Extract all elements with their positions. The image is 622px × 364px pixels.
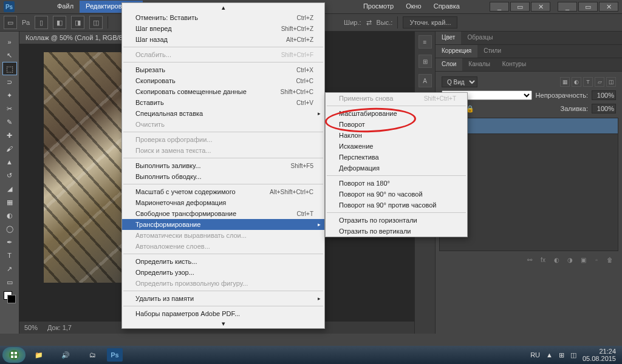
eyedropper-tool[interactable]: ✎ [2, 115, 17, 129]
min-button[interactable]: _ [558, 2, 577, 12]
eraser-tool[interactable]: ◢ [2, 182, 17, 195]
edit-item-2[interactable]: Шаг назадAlt+Ctrl+Z [122, 34, 324, 45]
transform-item-7[interactable]: Деформация [326, 163, 467, 174]
transform-item-2[interactable]: Масштабирование [326, 108, 467, 119]
tray-network-icon[interactable]: ◫ [570, 351, 576, 359]
transform-item-10[interactable]: Поворот на 90° по часовой [326, 189, 467, 200]
edit-item-20[interactable]: Марионеточная деформация [122, 197, 324, 208]
transform-item-6[interactable]: Перспектива [326, 152, 467, 163]
zoom-value[interactable]: 50% [24, 324, 38, 331]
transform-item-11[interactable]: Поворот на 90° против часовой [326, 200, 467, 211]
adjust-icon[interactable]: ◑ [565, 255, 575, 265]
new-layer-icon[interactable]: ▫ [592, 255, 601, 265]
shape-tool[interactable]: ▭ [2, 275, 17, 289]
edit-item-19[interactable]: Масштаб с учетом содержимогоAlt+Shift+Ct… [122, 186, 324, 197]
char-panel-icon[interactable]: A [419, 74, 432, 87]
menu-просмотр[interactable]: Просмотр [357, 1, 400, 13]
edit-item-17[interactable]: Выполнить обводку... [122, 171, 324, 182]
marquee-tool[interactable]: ⬚ [2, 62, 17, 75]
color-swatches[interactable] [4, 291, 16, 303]
stamp-tool[interactable]: ▲ [2, 155, 17, 169]
edit-item-32[interactable]: Наборы параметров Adobe PDF... [122, 308, 324, 319]
edit-item-16[interactable]: Выполнить заливку...Shift+F5 [122, 160, 324, 171]
crop-tool[interactable]: ✂ [2, 102, 17, 115]
edit-item-6[interactable]: ВырезатьCtrl+X [122, 64, 324, 75]
menu-окно[interactable]: Окно [400, 1, 428, 13]
restore-inner-button[interactable]: ▭ [510, 2, 530, 12]
menu-справка[interactable]: Справка [428, 1, 466, 13]
mode-new-icon[interactable]: ▯ [35, 16, 48, 29]
edit-item-9[interactable]: ВставитьCtrl+V [122, 97, 324, 108]
type-tool[interactable]: T [2, 249, 17, 262]
transform-item-14[interactable]: Отразить по вертикали [326, 226, 467, 237]
tab-swatches[interactable]: Образцы [461, 32, 499, 44]
transform-item-4[interactable]: Наклон [326, 130, 467, 141]
tab-paths[interactable]: Контуры [496, 58, 532, 71]
menu-scroll-up-icon[interactable]: ▴ [122, 3, 324, 12]
history-panel-icon[interactable]: ≡ [419, 35, 432, 49]
filter-adjust-icon[interactable]: ◐ [572, 77, 581, 87]
edit-item-1[interactable]: Шаг впередShift+Ctrl+Z [122, 23, 324, 34]
layer-filter-select[interactable]: Q Вид [442, 76, 477, 87]
document-tab[interactable]: Коллаж @ 50% (Слой 1, RGB/8) [19, 32, 131, 44]
close-inner-button[interactable]: ✕ [531, 2, 550, 12]
edit-item-10[interactable]: Специальная вставка▸ [122, 108, 324, 119]
fx-icon[interactable]: fx [538, 255, 548, 265]
refine-edge-button[interactable]: Уточн. край... [403, 16, 457, 29]
move-tool[interactable]: ↖ [2, 49, 17, 62]
wand-tool[interactable]: ✦ [2, 89, 17, 102]
link-icon[interactable]: ⚯ [525, 255, 535, 265]
close-button[interactable]: ✕ [599, 2, 618, 12]
taskbar-explorer-icon[interactable]: 📁 [27, 347, 51, 363]
min-inner-button[interactable]: _ [490, 2, 509, 12]
expand-tools-icon[interactable]: » [2, 35, 17, 49]
lang-indicator[interactable]: RU [530, 351, 540, 359]
pen-tool[interactable]: ✒ [2, 235, 17, 249]
mode-sub-icon[interactable]: ◨ [71, 16, 84, 29]
opacity-input[interactable] [592, 90, 616, 100]
menu-файл[interactable]: Файл [51, 1, 80, 13]
edit-item-26[interactable]: Определить кисть... [122, 256, 324, 267]
path-tool[interactable]: ↗ [2, 262, 17, 275]
filter-type-icon[interactable]: T [583, 77, 593, 87]
taskbar-sound-icon[interactable]: 🔊 [53, 347, 78, 363]
swap-wh-icon[interactable]: ⇄ [366, 19, 372, 27]
mode-add-icon[interactable]: ◧ [53, 16, 66, 29]
dodge-tool[interactable]: ◯ [2, 222, 17, 235]
transform-item-5[interactable]: Искажение [326, 141, 467, 152]
history-brush-tool[interactable]: ↺ [2, 169, 17, 182]
edit-item-27[interactable]: Определить узор... [122, 267, 324, 278]
tool-preset-icon[interactable]: ▭ [4, 16, 17, 29]
filter-smart-icon[interactable]: ◫ [606, 77, 616, 87]
tab-layers[interactable]: Слои [436, 58, 462, 71]
transform-item-9[interactable]: Поворот на 180° [326, 178, 467, 189]
edit-item-30[interactable]: Удалить из памяти▸ [122, 293, 324, 304]
taskbar-folder-icon[interactable]: 🗂 [80, 347, 104, 363]
lasso-tool[interactable]: ⊃ [2, 75, 17, 89]
edit-item-8[interactable]: Скопировать совмещенные данныеShift+Ctrl… [122, 86, 324, 97]
mode-intersect-icon[interactable]: ◫ [89, 16, 103, 29]
brush-tool[interactable]: 🖌 [2, 142, 17, 155]
edit-item-22[interactable]: Трансформирование▸ [122, 219, 324, 230]
fill-input[interactable] [592, 104, 616, 113]
blur-tool[interactable]: ◐ [2, 209, 17, 222]
tray-action-icon[interactable]: ⊞ [559, 351, 564, 359]
filter-shape-icon[interactable]: ▱ [595, 77, 604, 87]
max-button[interactable]: ▭ [578, 2, 598, 12]
edit-item-21[interactable]: Свободное трансформированиеCtrl+T [122, 208, 324, 219]
clock[interactable]: 21:24 05.08.2015 [583, 348, 620, 362]
gradient-tool[interactable]: ▦ [2, 195, 17, 209]
tab-styles[interactable]: Стили [477, 45, 507, 58]
properties-panel-icon[interactable]: ⊞ [419, 55, 432, 68]
filter-pixel-icon[interactable]: ▦ [560, 77, 570, 87]
tray-flag-icon[interactable]: ▲ [546, 351, 553, 359]
edit-item-0[interactable]: Отменить: ВставитьCtrl+Z [122, 12, 324, 23]
transform-item-13[interactable]: Отразить по горизонтали [326, 215, 467, 226]
tab-color[interactable]: Цвет [436, 32, 461, 44]
tab-adjustments[interactable]: Коррекция [436, 45, 477, 58]
heal-tool[interactable]: ✚ [2, 129, 17, 142]
edit-item-7[interactable]: СкопироватьCtrl+C [122, 75, 324, 86]
transform-item-3[interactable]: Поворот [326, 119, 467, 130]
mask-icon[interactable]: ◐ [552, 255, 561, 265]
tab-channels[interactable]: Каналы [462, 58, 496, 71]
